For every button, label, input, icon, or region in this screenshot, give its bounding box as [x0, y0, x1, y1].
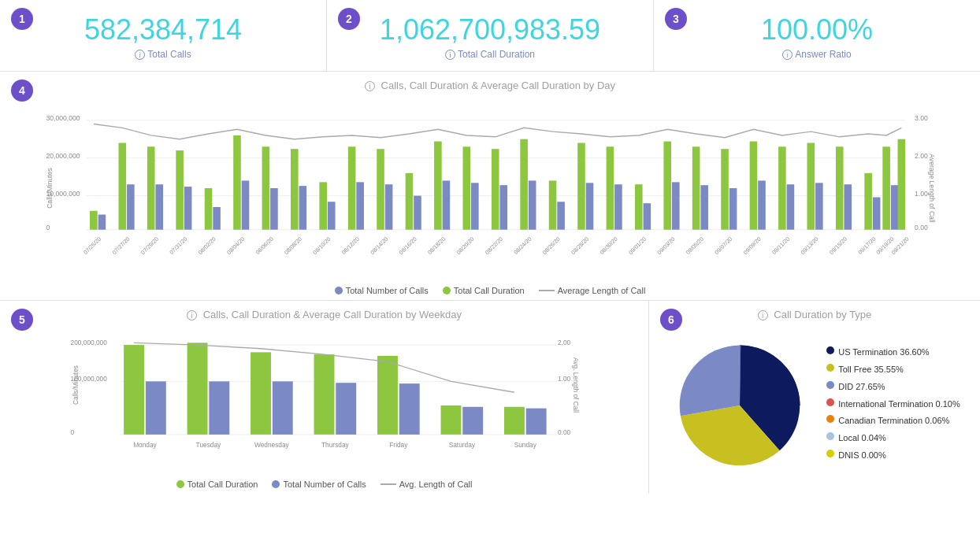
svg-text:2.00: 2.00	[558, 339, 571, 346]
svg-text:07/27/20: 07/27/20	[111, 235, 131, 255]
svg-rect-24	[233, 135, 241, 230]
svg-rect-125	[441, 405, 462, 434]
svg-rect-19	[155, 184, 163, 229]
svg-rect-36	[406, 172, 414, 229]
pie-dot-did	[826, 381, 834, 389]
svg-text:0: 0	[71, 428, 75, 435]
info-icon-2: i	[445, 50, 455, 60]
chart2-title: i Calls, Call Duration & Average Call Du…	[8, 309, 640, 320]
metric-total-calls: 1 582,384,714 iTotal Calls	[0, 0, 327, 71]
chart1-title: i Calls, Call Duration & Average Call Du…	[8, 80, 972, 91]
svg-rect-32	[348, 146, 356, 229]
svg-text:Sunday: Sunday	[514, 440, 537, 448]
chart-by-weekday-section: 5 i Calls, Call Duration & Average Call …	[0, 301, 649, 494]
chart3-info-icon: i	[758, 310, 768, 320]
top-metrics-row: 1 582,384,714 iTotal Calls 2 1,062,700,9…	[0, 0, 980, 72]
svg-rect-48	[577, 143, 585, 229]
pie-dot-intl	[826, 398, 834, 406]
pie-legend-canadian: Canadian Termination 0.06%	[826, 413, 960, 429]
info-icon-3: i	[782, 50, 793, 60]
chart2-svg: 200,000,000 100,000,000 0 Calls/Minutes …	[8, 327, 640, 472]
svg-text:09/13/20: 09/13/20	[800, 235, 819, 255]
chart2-legend: Total Call Duration Total Number of Call…	[8, 480, 640, 489]
legend2-calls: Total Number of Calls	[272, 480, 366, 489]
pie-chart-svg	[669, 335, 811, 476]
chart1-legend: Total Number of Calls Total Call Duratio…	[8, 286, 972, 295]
svg-rect-54	[663, 141, 671, 229]
svg-rect-52	[635, 184, 643, 229]
svg-rect-41	[471, 183, 479, 229]
total-calls-label: iTotal Calls	[16, 49, 310, 60]
pie-dot-us	[826, 346, 834, 354]
pie-legend-us: US Termination 36.60%	[826, 345, 960, 361]
svg-rect-53	[644, 203, 651, 230]
svg-rect-16	[119, 143, 127, 229]
svg-text:09/05/20: 09/05/20	[685, 235, 705, 255]
svg-text:08/14/20: 08/14/20	[369, 235, 389, 255]
svg-text:08/18/20: 08/18/20	[427, 235, 447, 255]
svg-rect-39	[443, 180, 451, 229]
chart2-info-icon: i	[187, 310, 197, 320]
pie-label-dnis: DNIS 0.00%	[838, 448, 886, 464]
svg-text:200,000,000: 200,000,000	[71, 339, 108, 346]
svg-rect-61	[758, 180, 766, 229]
svg-rect-117	[187, 342, 208, 435]
legend2-label-avg: Avg. Length of Call	[399, 480, 473, 489]
svg-rect-121	[314, 354, 335, 435]
svg-text:08/12/20: 08/12/20	[341, 235, 361, 255]
svg-text:08/20/20: 08/20/20	[455, 235, 475, 255]
pie-dot-canadian	[826, 415, 834, 423]
metric-answer-ratio: 3 100.00% iAnswer Ratio	[654, 0, 980, 71]
legend-label-duration: Total Call Duration	[454, 286, 525, 295]
svg-rect-23	[213, 207, 221, 230]
svg-rect-64	[807, 143, 815, 229]
svg-text:08/30/20: 08/30/20	[599, 235, 618, 255]
svg-rect-122	[336, 383, 356, 435]
svg-rect-43	[499, 185, 507, 230]
svg-text:1.00: 1.00	[915, 189, 928, 197]
svg-text:07/25/20: 07/25/20	[83, 235, 102, 255]
svg-text:09/15/20: 09/15/20	[829, 235, 848, 255]
svg-rect-115	[124, 345, 144, 435]
svg-text:09/03/20: 09/03/20	[656, 235, 676, 255]
legend2-label-duration: Total Call Duration	[187, 480, 258, 489]
svg-rect-35	[385, 184, 393, 229]
pie-legend-dnis: DNIS 0.00%	[826, 448, 960, 464]
svg-rect-47	[557, 202, 565, 229]
svg-text:09/09/20: 09/09/20	[742, 235, 762, 255]
svg-rect-126	[462, 406, 483, 434]
badge-5: 5	[11, 309, 33, 331]
svg-text:08/06/20: 08/06/20	[254, 235, 274, 255]
legend2-line-avg	[380, 483, 396, 485]
total-duration-label: iTotal Call Duration	[343, 49, 637, 60]
pie-dot-dnis	[826, 450, 834, 457]
svg-text:30,000,000: 30,000,000	[46, 113, 80, 121]
legend-label-avg: Average Length of Call	[558, 286, 646, 295]
svg-rect-27	[270, 188, 278, 230]
svg-text:Thursday: Thursday	[321, 440, 349, 448]
svg-rect-59	[729, 188, 737, 230]
svg-rect-128	[526, 408, 547, 434]
svg-text:07/29/20: 07/29/20	[140, 235, 160, 255]
svg-rect-22	[205, 188, 213, 230]
svg-rect-55	[672, 182, 680, 229]
svg-rect-14	[90, 210, 98, 229]
pie-area: US Termination 36.60% Toll Free 35.55% D…	[657, 327, 972, 484]
svg-text:Saturday: Saturday	[449, 440, 476, 448]
pie-label-intl: International Termination 0.10%	[838, 397, 960, 413]
legend-total-duration: Total Call Duration	[443, 286, 525, 295]
svg-text:08/08/20: 08/08/20	[284, 235, 303, 255]
svg-rect-40	[463, 146, 471, 229]
answer-ratio-label: iAnswer Ratio	[670, 49, 964, 60]
svg-text:Wednesday: Wednesday	[254, 440, 290, 448]
svg-rect-29	[299, 186, 307, 230]
svg-text:08/04/20: 08/04/20	[226, 235, 246, 255]
answer-ratio-value: 100.00%	[670, 14, 964, 46]
svg-rect-118	[209, 381, 229, 435]
svg-rect-31	[328, 202, 336, 229]
svg-text:Avg. Length of Call: Avg. Length of Call	[572, 357, 580, 413]
bottom-row: 5 i Calls, Call Duration & Average Call …	[0, 301, 980, 494]
svg-rect-26	[262, 146, 270, 229]
svg-rect-18	[147, 146, 155, 229]
legend-dot-calls	[335, 287, 343, 294]
